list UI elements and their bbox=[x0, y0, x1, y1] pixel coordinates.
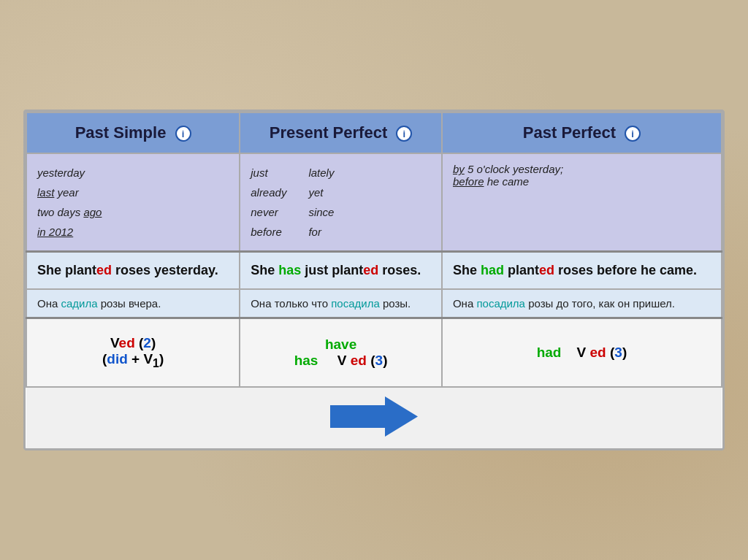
formula-col2: have has V ed (3) bbox=[240, 318, 442, 387]
markers-row: yesterday last year two days ago in 2012… bbox=[26, 153, 722, 252]
sentence-row: She planted roses yesterday. She has jus… bbox=[26, 252, 722, 290]
info-icon-1[interactable]: i bbox=[175, 126, 191, 142]
info-icon-2[interactable]: i bbox=[396, 126, 412, 142]
header-past-simple: Past Simple i bbox=[26, 112, 240, 153]
header-past-perfect: Past Perfect i bbox=[442, 112, 722, 153]
grammar-table: Past Simple i Present Perfect i Past Per… bbox=[26, 112, 722, 448]
formula-row: Ved (2) (did + V1) have has V ed (3) bbox=[26, 318, 722, 387]
markers-col2: just already never before lately yet sin… bbox=[240, 153, 442, 252]
arrow-row bbox=[26, 387, 722, 448]
sentence-col2: She has just planted roses. bbox=[240, 252, 442, 290]
header-present-perfect: Present Perfect i bbox=[240, 112, 442, 153]
russian-col1: Она садила розы вчера. bbox=[26, 289, 240, 318]
russian-col3: Она посадила розы до того, как он пришел… bbox=[442, 289, 722, 318]
arrow-cell bbox=[26, 387, 722, 448]
right-arrow-icon bbox=[330, 396, 418, 437]
sentence-col1: She planted roses yesterday. bbox=[26, 252, 240, 290]
formula-col3: had V ed (3) bbox=[442, 318, 722, 387]
svg-marker-0 bbox=[330, 396, 418, 437]
markers-col1: yesterday last year two days ago in 2012 bbox=[26, 153, 240, 252]
header-row: Past Simple i Present Perfect i Past Per… bbox=[26, 112, 722, 153]
info-icon-3[interactable]: i bbox=[625, 126, 641, 142]
markers-col3: by 5 o'clock yesterday; before he came bbox=[442, 153, 722, 252]
russian-col2: Она только что посадила розы. bbox=[240, 289, 442, 318]
formula-col1: Ved (2) (did + V1) bbox=[26, 318, 240, 387]
russian-row: Она садила розы вчера. Она только что по… bbox=[26, 289, 722, 318]
main-table-wrapper: Past Simple i Present Perfect i Past Per… bbox=[23, 110, 725, 450]
sentence-col3: She had planted roses before he came. bbox=[442, 252, 722, 290]
